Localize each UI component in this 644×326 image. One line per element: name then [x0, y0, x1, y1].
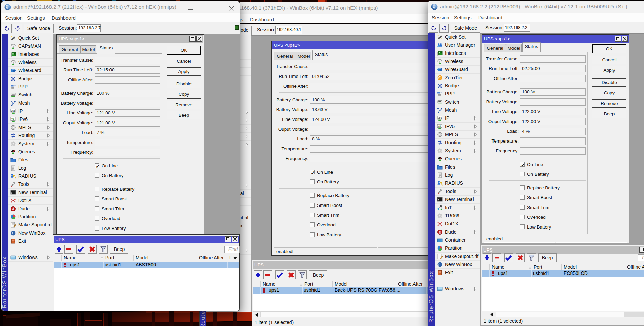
svg-text:v6: v6: [11, 117, 14, 121]
svg-text:255: 255: [438, 116, 442, 119]
svg-text:v6: v6: [438, 125, 441, 128]
svg-text:255: 255: [11, 109, 15, 112]
